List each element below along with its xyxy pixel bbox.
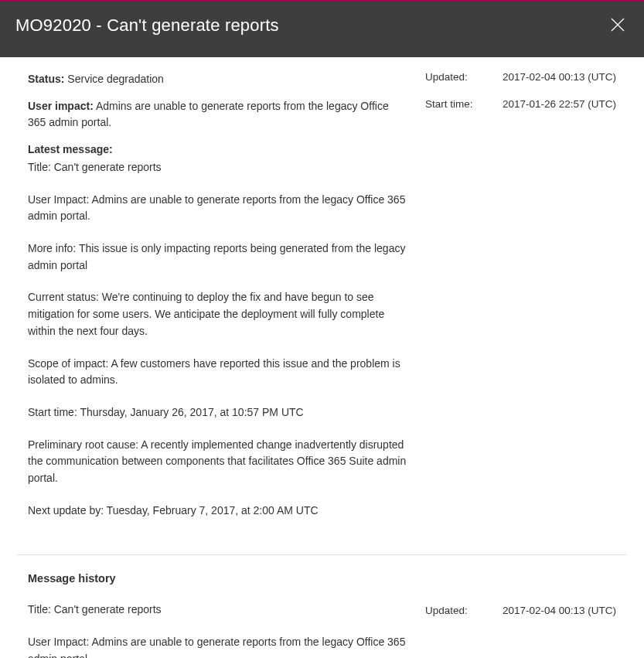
history-updated-value: 2017-02-04 00:13 (UTC) (503, 605, 616, 616)
panel-title: MO92020 - Can't generate reports (15, 15, 279, 36)
updated-value: 2017-02-04 00:13 (UTC) (503, 71, 616, 83)
history-side-column: Updated: 2017-02-04 00:13 (UTC) (425, 572, 627, 658)
latest-root-cause: Preliminary root cause: A recently imple… (28, 437, 407, 487)
panel-header: MO92020 - Can't generate reports (0, 2, 644, 57)
latest-user-impact: User Impact: Admins are unable to genera… (28, 192, 407, 225)
latest-title: Title: Can't generate reports (28, 159, 407, 176)
status-field: Status: Service degradation (28, 71, 407, 87)
start-time-value: 2017-01-26 22:57 (UTC) (503, 98, 616, 110)
message-history-heading: Message history (28, 572, 407, 585)
latest-start-time: Start time: Thursday, January 26, 2017, … (28, 404, 407, 421)
history-updated-label: Updated: (425, 605, 503, 616)
message-history-section: Message history Title: Can't generate re… (0, 555, 644, 658)
start-time-label: Start time: (425, 98, 503, 110)
latest-scope: Scope of impact: A few customers have re… (28, 356, 407, 389)
latest-message-field: Latest message: (28, 141, 407, 158)
history-title: Title: Can't generate reports (28, 602, 407, 619)
user-impact-label: User impact: (28, 100, 94, 112)
start-time-row: Start time: 2017-01-26 22:57 (UTC) (425, 98, 627, 110)
history-updated-row: Updated: 2017-02-04 00:13 (UTC) (425, 605, 627, 616)
latest-message-label: Latest message: (28, 141, 407, 158)
history-user-impact: User Impact: Admins are unable to genera… (28, 634, 407, 658)
updated-row: Updated: 2017-02-04 00:13 (UTC) (425, 71, 627, 83)
user-impact-field: User impact: Admins are unable to genera… (28, 98, 407, 131)
status-value: Service degradation (67, 73, 164, 85)
latest-current-status: Current status: We're continuing to depl… (28, 289, 407, 339)
updated-label: Updated: (425, 71, 503, 83)
status-label: Status: (28, 73, 64, 85)
close-button[interactable] (608, 15, 627, 37)
latest-more-info: More info: This issue is only impacting … (28, 240, 407, 274)
latest-next-update: Next update by: Tuesday, February 7, 201… (28, 503, 407, 520)
side-column: Updated: 2017-02-04 00:13 (UTC) Start ti… (425, 71, 627, 534)
history-main-column: Message history Title: Can't generate re… (28, 572, 407, 658)
content-area: Status: Service degradation User impact:… (0, 57, 644, 534)
main-column: Status: Service degradation User impact:… (28, 71, 407, 534)
close-icon (610, 17, 625, 32)
